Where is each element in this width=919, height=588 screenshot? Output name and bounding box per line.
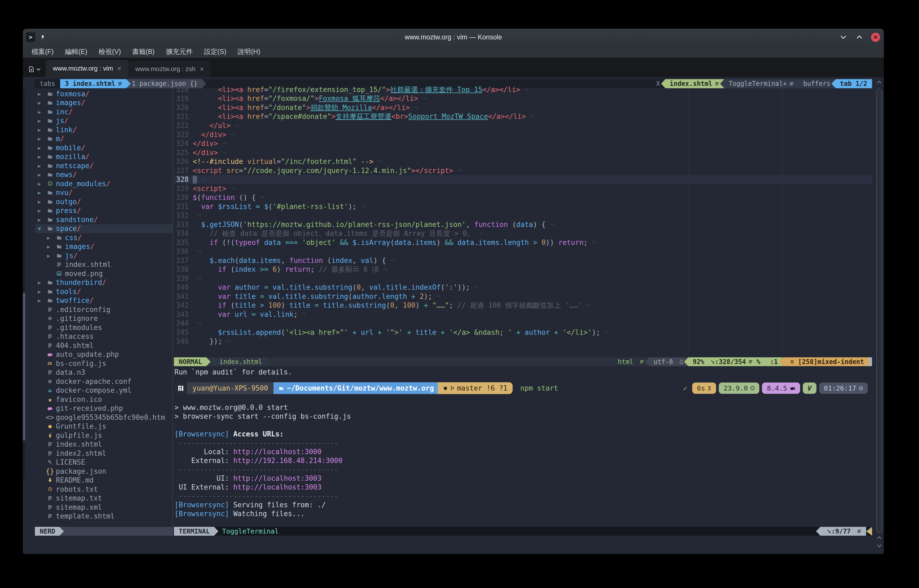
tree-row-mobile[interactable]: ▶mobile/ [35, 143, 173, 152]
konsole-tab-2[interactable]: www.moztw.org : zsh× [128, 61, 211, 77]
tree-row-twoffice[interactable]: ▶twoffice/ [35, 296, 173, 305]
tree-row--htaccess[interactable]: .htaccess [35, 332, 173, 341]
menu-item-5[interactable]: 設定(S) [198, 45, 232, 58]
tree-row-docker-apache-conf[interactable]: docker-apache.conf [35, 377, 173, 386]
code-line-327[interactable]: 327<script src="//code.jquery.com/jquery… [174, 166, 872, 175]
tree-row-google955345b65bfc90e0-htm[interactable]: <>google955345b65bfc90e0.htm [35, 413, 173, 422]
tree-row-outgo[interactable]: ▶outgo/ [35, 197, 173, 206]
chevron-right-icon[interactable]: ▶ [35, 172, 44, 178]
tree-row--gitignore[interactable]: .gitignore [35, 314, 173, 323]
tree-row-template-shtml[interactable]: template.shtml [35, 512, 173, 521]
tree-row-index-shtml[interactable]: index.shtml [35, 440, 173, 449]
menu-item-3[interactable]: 書籤(B) [127, 45, 160, 58]
minimize-icon[interactable] [839, 33, 848, 42]
tree-row-mozilla[interactable]: ▶mozilla/ [35, 152, 173, 161]
code-pane[interactable]: 318 <li><a href="/firefox/extension_top_… [174, 77, 872, 357]
tree-row--gitmodules[interactable]: .gitmodules [35, 323, 173, 332]
tree-row-js[interactable]: ▶js/ [35, 251, 182, 260]
code-line-336[interactable]: 336 ¬ [174, 247, 872, 256]
tree-row--editorconfig[interactable]: .editorconfig [35, 305, 173, 314]
tree-row-news[interactable]: ▶news/ [35, 170, 173, 179]
tree-row-README-md[interactable]: README.md [35, 476, 173, 485]
terminal-view[interactable]: tabs3 index.shtml1 package.json {}Xindex… [23, 77, 884, 554]
tree-row-nvu[interactable]: ▶nvu/ [35, 188, 173, 197]
chevron-right-icon[interactable]: ▶ [35, 208, 44, 213]
code-line-319[interactable]: 319 <li><a href="/foxmosa/">Foxmosa 狐耳摩莎… [174, 94, 872, 103]
code-line-334[interactable]: 334 // 檢查 data 是否是個 object、data.items 是否… [174, 229, 872, 238]
tree-row-js[interactable]: ▶js/ [35, 116, 173, 125]
titlebar[interactable]: > www.moztw.org : vim — Konsole × [23, 29, 884, 45]
code-line-342[interactable]: 342 if (title > 100) title = title.subst… [174, 301, 872, 310]
tree-row-sitemap-xml[interactable]: sitemap.xml [35, 503, 173, 512]
nerdtree-scrollbar[interactable] [23, 89, 25, 479]
tree-row-link[interactable]: ▶link/ [35, 125, 173, 134]
tree-row-thunderbird[interactable]: ▶thunderbird/ [35, 278, 173, 287]
tree-row-robots-txt[interactable]: robots.txt [35, 485, 173, 494]
tree-row-docker-compose-yml[interactable]: docker-compose.yml [35, 386, 173, 395]
code-line-326[interactable]: 326<!--#include virtual="/inc/footer.htm… [174, 157, 872, 166]
tree-row-netscape[interactable]: ▶netscape/ [35, 161, 173, 170]
tree-row-moved-png[interactable]: moved.png [35, 269, 182, 278]
tree-row-foxmosa[interactable]: ▶foxmosa/ [35, 89, 173, 98]
vim-tabline-index-shtml[interactable]: index.shtml [661, 79, 724, 88]
scrollbar-thumb[interactable] [876, 89, 882, 533]
chevron-right-icon[interactable]: ▶ [35, 279, 44, 286]
code-line-331[interactable]: 331 var $rssList = $('#planet-rss-list')… [174, 202, 872, 211]
vim-tab-3-index-shtml[interactable]: 3 index.shtml [60, 79, 131, 88]
scroll-up-icon[interactable] [877, 536, 882, 539]
code-line-329[interactable]: 329<script> ¬ [174, 184, 872, 193]
tree-row-package-json[interactable]: {}package.json [35, 467, 173, 476]
code-line-337[interactable]: 337 $.each(data.items, function (index, … [174, 256, 872, 265]
typed-command[interactable]: npm start [520, 384, 558, 392]
tree-row-index2-shtml[interactable]: index2.shtml [35, 449, 173, 458]
chevron-right-icon[interactable]: ▶ [44, 244, 53, 249]
vim-tab-tabs[interactable]: tabs [35, 79, 64, 88]
menu-item-0[interactable]: 檔案(F) [26, 45, 59, 58]
tab-close-icon[interactable]: × [117, 65, 121, 73]
nerdtree-pane[interactable]: ▶foxmosa/▶images/▶inc/▶js/▶link/▶m/▶mobi… [35, 77, 173, 554]
code-line-341[interactable]: 341 var title = val.title.substring(auth… [174, 292, 872, 301]
code-line-332[interactable]: 332 ¬ [174, 211, 872, 220]
tree-row-data-n3[interactable]: data.n3 [35, 368, 173, 377]
code-line-345[interactable]: 345 $rssList.append('<li><a href="' + ur… [174, 328, 872, 337]
tree-row-css[interactable]: ▶css/ [35, 233, 182, 242]
new-tab-button[interactable] [23, 61, 46, 77]
code-line-338[interactable]: 338 if (index >= 6) return; // 最多顯示 6 項 … [174, 265, 872, 274]
code-line-340[interactable]: 340 var author = val.title.substring(0, … [174, 283, 872, 292]
chevron-right-icon[interactable]: ▶ [35, 100, 44, 106]
scroll-down-icon[interactable] [877, 544, 882, 547]
tree-row-node_modules[interactable]: ▶jsnode_modules/ [35, 179, 173, 188]
chevron-right-icon[interactable]: ▶ [35, 154, 44, 160]
tree-row-press[interactable]: ▶press/ [35, 206, 173, 215]
tree-row-favicon-ico[interactable]: ★favicon.ico [35, 395, 173, 404]
tab-close-icon[interactable]: × [200, 65, 204, 73]
chevron-right-icon[interactable]: ▶ [35, 190, 44, 195]
code-line-339[interactable]: 339 ¬ [174, 274, 872, 283]
scrollbar[interactable] [875, 77, 883, 554]
chevron-right-icon[interactable]: ▶ [35, 199, 44, 205]
konsole-tab-1[interactable]: www.moztw.org : vim× [46, 60, 128, 77]
code-line-321[interactable]: 321 <li><a href="/space#donate">支持摩茲工寮營運… [174, 112, 872, 121]
chevron-down-icon[interactable]: ▼ [35, 226, 44, 231]
code-line-330[interactable]: 330$(function () { ¬ [174, 193, 872, 202]
chevron-right-icon[interactable]: ▶ [35, 297, 44, 304]
code-line-320[interactable]: 320 <li><a href="/donate">捐款贊助 Mozilla</… [174, 103, 872, 112]
chevron-right-icon[interactable]: ▶ [35, 145, 44, 151]
tree-row-gulpfile-js[interactable]: gulpfile.js [35, 431, 173, 439]
menu-item-1[interactable]: 編輯(E) [59, 45, 93, 58]
code-line-335[interactable]: 335 if (!(typeof data === 'object' && $.… [174, 238, 872, 247]
terminal-split-pane[interactable]: Run `npm audit` for details.yuan@Yuan-XP… [174, 367, 872, 527]
code-line-328[interactable]: 328 ¬ [174, 175, 872, 184]
close-icon[interactable]: × [871, 33, 880, 42]
tree-row-space[interactable]: ▼space/ [35, 224, 173, 233]
chevron-right-icon[interactable]: ▶ [35, 289, 44, 294]
chevron-right-icon[interactable]: ▶ [35, 127, 44, 133]
tree-row-sandstone[interactable]: ▶sandstone/ [35, 215, 173, 224]
tree-row-inc[interactable]: ▶inc/ [35, 107, 173, 116]
tree-row-sitemap-txt[interactable]: sitemap.txt [35, 494, 173, 503]
menu-item-4[interactable]: 擴充元件 [160, 45, 198, 58]
chevron-right-icon[interactable]: ▶ [35, 163, 44, 169]
tree-row-404-shtml[interactable]: 404.shtml [35, 341, 173, 350]
menu-item-6[interactable]: 說明(H) [232, 45, 266, 58]
tree-row-images[interactable]: ▶images/ [35, 99, 173, 107]
